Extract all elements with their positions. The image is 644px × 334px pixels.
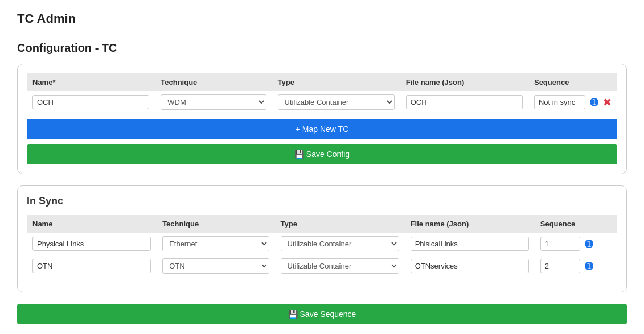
in-sync-card: In Sync Name Technique Type File name (J… <box>17 185 627 292</box>
in-sync-row-0-filename-cell <box>405 233 535 255</box>
config-col-filename: File name (Json) <box>400 73 528 91</box>
in-sync-table: Name Technique Type File name (Json) Seq… <box>27 215 617 277</box>
config-sequence-input[interactable] <box>534 95 585 109</box>
config-row-0-sequence-cell: ➊ ✖ <box>528 91 617 113</box>
in-sync-col-name: Name <box>27 215 157 233</box>
config-row-0-type-cell: Utilizable Container <box>272 91 400 113</box>
config-name-input[interactable] <box>32 95 149 109</box>
in-sync-row-1: OTN Utilizable Container <box>27 255 617 277</box>
in-sync-row-0-technique-select[interactable]: Ethernet <box>162 236 269 251</box>
map-new-tc-button[interactable]: + Map New TC <box>27 119 617 139</box>
in-sync-row-1-name-input[interactable] <box>32 259 151 273</box>
config-filename-input[interactable] <box>406 95 523 109</box>
in-sync-row-0-name-cell <box>27 233 157 255</box>
in-sync-row-1-sequence-wrapper: ➊ <box>540 259 612 273</box>
in-sync-row-0-type-select[interactable]: Utilizable Container <box>281 236 399 251</box>
in-sync-row-1-filename-cell <box>405 255 535 277</box>
config-col-name: Name* <box>27 73 155 91</box>
in-sync-row-0: Ethernet Utilizable Container <box>27 233 617 255</box>
config-card: Name* Technique Type File name (Json) Se… <box>17 64 627 174</box>
in-sync-section: In Sync Name Technique Type File name (J… <box>27 195 617 277</box>
in-sync-table-wrapper: Name Technique Type File name (Json) Seq… <box>27 215 617 277</box>
in-sync-row-0-technique-cell: Ethernet <box>157 233 274 255</box>
config-sequence-wrapper: ➊ ✖ <box>534 95 612 109</box>
in-sync-row-1-sequence-cell: ➊ <box>535 255 617 277</box>
config-row-0-filename-cell <box>400 91 528 113</box>
in-sync-row-1-add-button[interactable]: ➊ <box>585 261 593 271</box>
config-col-sequence: Sequence <box>528 73 617 91</box>
in-sync-row-0-sequence-input[interactable] <box>540 237 580 251</box>
in-sync-row-1-type-cell: Utilizable Container <box>275 255 405 277</box>
config-row-0-name-cell <box>27 91 155 113</box>
config-type-select[interactable]: Utilizable Container <box>278 94 395 110</box>
app-title: TC Admin <box>17 11 627 32</box>
in-sync-row-1-filename-input[interactable] <box>411 259 529 273</box>
save-config-icon: 💾 <box>294 150 304 159</box>
config-col-type: Type <box>272 73 400 91</box>
config-add-button[interactable]: ➊ <box>590 97 598 108</box>
save-sequence-icon: 💾 <box>288 310 298 319</box>
config-remove-button[interactable]: ✖ <box>603 97 612 108</box>
in-sync-col-technique: Technique <box>157 215 274 233</box>
save-sequence-button[interactable]: 💾 Save Sequence <box>17 304 627 324</box>
in-sync-row-1-technique-cell: OTN <box>157 255 274 277</box>
in-sync-row-0-add-button[interactable]: ➊ <box>585 239 593 249</box>
in-sync-row-0-type-cell: Utilizable Container <box>275 233 405 255</box>
in-sync-row-1-type-select[interactable]: Utilizable Container <box>281 258 399 274</box>
in-sync-row-1-name-cell <box>27 255 157 277</box>
in-sync-col-type: Type <box>275 215 405 233</box>
in-sync-row-0-filename-input[interactable] <box>411 237 529 251</box>
in-sync-row-1-technique-select[interactable]: OTN <box>162 258 269 274</box>
save-config-button[interactable]: 💾 Save Config <box>27 144 617 164</box>
page-subtitle: Configuration - TC <box>17 42 627 55</box>
config-col-technique: Technique <box>155 73 272 91</box>
in-sync-row-0-sequence-cell: ➊ <box>535 233 617 255</box>
in-sync-row-0-sequence-wrapper: ➊ <box>540 237 612 251</box>
in-sync-header-row: Name Technique Type File name (Json) Seq… <box>27 215 617 233</box>
in-sync-row-1-sequence-input[interactable] <box>540 259 580 273</box>
config-table: Name* Technique Type File name (Json) Se… <box>27 73 617 113</box>
in-sync-col-sequence: Sequence <box>535 215 617 233</box>
config-table-header-row: Name* Technique Type File name (Json) Se… <box>27 73 617 91</box>
config-table-wrapper: Name* Technique Type File name (Json) Se… <box>27 73 617 113</box>
config-technique-select[interactable]: WDM <box>161 94 266 110</box>
in-sync-row-0-name-input[interactable] <box>32 237 151 251</box>
in-sync-col-filename: File name (Json) <box>405 215 535 233</box>
config-row-0-technique-cell: WDM <box>155 91 272 113</box>
config-row-0: WDM Utilizable Container ➊ <box>27 91 617 113</box>
save-sequence-label: Save Sequence <box>300 310 356 319</box>
in-sync-title: In Sync <box>27 195 617 207</box>
save-config-label: Save Config <box>306 150 350 159</box>
